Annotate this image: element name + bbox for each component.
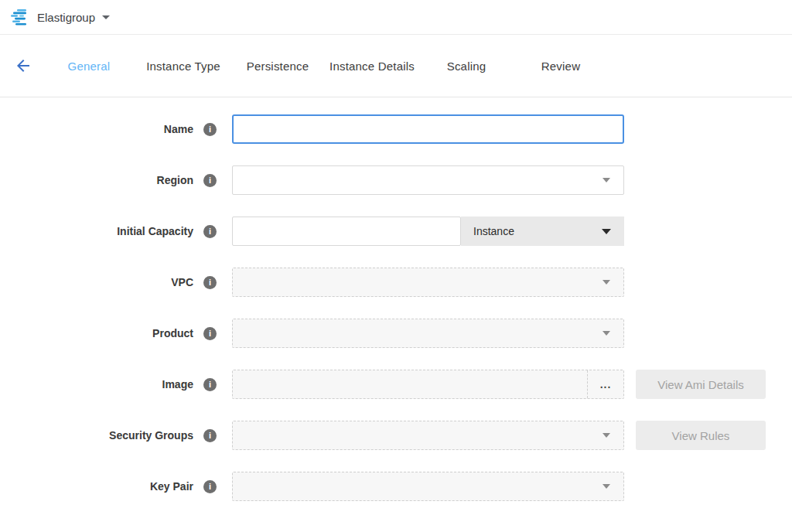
form-row-vpc: VPC i — [0, 268, 792, 297]
wizard-tabs: General Instance Type Persistence Instan… — [42, 60, 608, 73]
capacity-unit-value: Instance — [473, 225, 602, 237]
info-icon[interactable]: i — [203, 123, 217, 136]
info-icon[interactable]: i — [203, 378, 217, 391]
security-groups-select — [232, 421, 624, 450]
region-select[interactable] — [232, 165, 624, 195]
vpc-select — [232, 268, 624, 297]
key-pair-select — [232, 472, 624, 501]
form-row-initial-capacity: Initial Capacity i Instance — [0, 217, 792, 246]
wizard-nav: General Instance Type Persistence Instan… — [0, 35, 792, 97]
app-name: Elastigroup — [37, 11, 95, 24]
info-icon[interactable]: i — [203, 429, 217, 442]
chevron-down-icon — [602, 229, 611, 234]
tab-instance-type[interactable]: Instance Type — [136, 60, 230, 73]
elastigroup-logo-icon — [11, 9, 29, 26]
chevron-down-icon — [102, 15, 110, 19]
form-row-key-pair: Key Pair i — [0, 472, 792, 501]
app-switcher[interactable]: Elastigroup — [29, 11, 110, 24]
browse-image-button: ... — [587, 370, 623, 398]
info-icon[interactable]: i — [203, 174, 217, 187]
info-icon[interactable]: i — [203, 327, 217, 340]
tab-review[interactable]: Review — [514, 60, 608, 73]
view-rules-button: View Rules — [636, 421, 766, 450]
info-icon[interactable]: i — [203, 225, 217, 238]
top-bar: Elastigroup — [0, 0, 792, 35]
view-ami-details-button: View Ami Details — [636, 370, 766, 399]
form-row-image: Image i ... View Ami Details — [0, 370, 792, 399]
info-icon[interactable]: i — [203, 276, 217, 289]
tab-general[interactable]: General — [42, 60, 136, 73]
arrow-left-icon — [14, 56, 32, 75]
capacity-unit-select[interactable]: Instance — [461, 217, 624, 246]
form-row-security-groups: Security Groups i View Rules — [0, 421, 792, 450]
vpc-label: VPC — [0, 276, 193, 288]
image-input: ... — [232, 370, 624, 399]
form-row-name: Name i — [0, 114, 792, 144]
initial-capacity-label: Initial Capacity — [0, 225, 193, 237]
product-label: Product — [0, 327, 193, 339]
form-row-product: Product i — [0, 319, 792, 348]
chevron-down-icon — [603, 178, 610, 182]
product-select — [232, 319, 624, 348]
image-label: Image — [0, 378, 193, 390]
tab-instance-details[interactable]: Instance Details — [325, 60, 419, 73]
chevron-down-icon — [603, 484, 610, 489]
security-groups-label: Security Groups — [0, 429, 193, 442]
tab-scaling[interactable]: Scaling — [419, 60, 514, 73]
initial-capacity-input[interactable] — [232, 217, 461, 246]
key-pair-label: Key Pair — [0, 480, 193, 493]
chevron-down-icon — [603, 280, 610, 285]
form-row-region: Region i — [0, 165, 792, 195]
info-icon[interactable]: i — [203, 480, 217, 493]
chevron-down-icon — [603, 433, 610, 438]
name-label: Name — [0, 123, 193, 135]
tab-persistence[interactable]: Persistence — [230, 60, 325, 73]
name-input[interactable] — [232, 114, 624, 144]
region-label: Region — [0, 174, 193, 186]
general-form: Name i Region i Initial Capacity i Insta… — [0, 97, 792, 501]
back-button[interactable] — [14, 56, 32, 75]
chevron-down-icon — [603, 331, 610, 336]
